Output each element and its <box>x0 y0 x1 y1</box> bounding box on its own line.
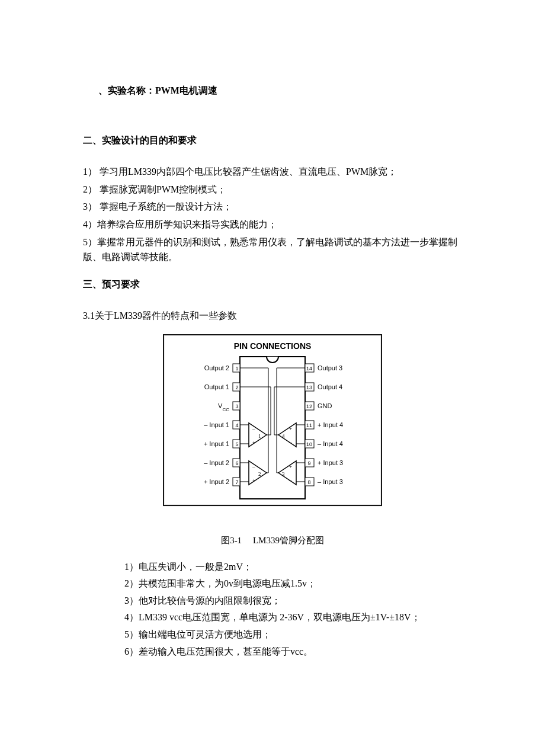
svg-text:– Input 2: – Input 2 <box>204 459 229 466</box>
svg-text:– Input 3: – Input 3 <box>318 478 343 485</box>
list-item: 2）共模范围非常大，为0v到电源电压减1.5v； <box>124 576 462 591</box>
svg-text:12: 12 <box>306 403 312 409</box>
svg-text:10: 10 <box>306 441 312 447</box>
svg-text:Output 2: Output 2 <box>204 364 229 371</box>
features-list: 1）电压失调小，一般是2mV； 2）共模范围非常大，为0v到电源电压减1.5v；… <box>124 559 462 659</box>
document-page: 、实验名称：PWM电机调速 二、实验设计的目的和要求 1） 学习用LM339内部… <box>0 0 545 696</box>
svg-text:13: 13 <box>306 385 312 390</box>
svg-text:2: 2 <box>258 471 261 477</box>
list-item: 3） 掌握电子系统的一般设计方法； <box>83 199 462 214</box>
svg-text:Output 4: Output 4 <box>318 383 342 390</box>
svg-text:+ Input 1: + Input 1 <box>204 440 229 447</box>
section-1-title: 、实验名称：PWM电机调速 <box>98 83 462 98</box>
list-item: 1）电压失调小，一般是2mV； <box>124 559 462 575</box>
svg-text:Output 3: Output 3 <box>318 364 342 371</box>
svg-text:4: 4 <box>235 422 238 428</box>
list-item: 3）他对比较信号源的内阻限制很宽； <box>124 593 462 608</box>
svg-text:– Input 1: – Input 1 <box>204 421 229 428</box>
figure-caption: 图3-1 LM339管脚分配图 <box>83 533 462 547</box>
caption-main: LM339管脚分配图 <box>253 536 324 545</box>
list-item: 5）输出端电位可灵活方便地选用； <box>124 627 462 642</box>
figure-3-1: PIN CONNECTIONS 1 Output 2 14 Output 3 2… <box>83 334 462 547</box>
svg-text:+: + <box>289 463 292 469</box>
lm339-pinout-diagram: PIN CONNECTIONS 1 Output 2 14 Output 3 2… <box>163 334 382 518</box>
list-item: 4）LM339 vcc电压范围宽，单电源为 2-36V，双电源电压为±1V-±1… <box>124 610 462 625</box>
diagram-title: PIN CONNECTIONS <box>234 341 312 351</box>
svg-text:Output 1: Output 1 <box>204 383 229 390</box>
svg-text:+ Input 3: + Input 3 <box>318 459 343 466</box>
svg-text:+: + <box>289 425 292 431</box>
section-2-list: 1） 学习用LM339内部四个电压比较器产生锯齿波、直流电压、PWM脉宽； 2）… <box>83 164 462 265</box>
svg-text:9: 9 <box>307 460 310 466</box>
svg-text:–: – <box>252 463 255 469</box>
caption-prefix: 图3-1 <box>221 536 242 545</box>
svg-text:3: 3 <box>235 403 238 409</box>
svg-text:14: 14 <box>306 366 312 371</box>
list-item: 6）差动输入电压范围很大，甚至能等于vcc。 <box>124 644 462 659</box>
list-item: 5）掌握常用元器件的识别和测试，熟悉常用仪表，了解电路调试的基本方法进一步掌握制… <box>83 235 462 265</box>
svg-text:1: 1 <box>235 366 238 371</box>
svg-text:– Input 4: – Input 4 <box>318 440 343 447</box>
svg-text:2: 2 <box>235 385 238 390</box>
svg-text:4: 4 <box>282 433 285 439</box>
svg-text:3: 3 <box>282 471 285 477</box>
svg-text:+ Input 2: + Input 2 <box>204 478 229 485</box>
svg-text:5: 5 <box>235 441 238 447</box>
section-1-prefix: 、实验名称： <box>98 85 155 95</box>
section-2-heading: 二、实验设计的目的和要求 <box>83 133 462 148</box>
svg-text:GND: GND <box>318 402 332 409</box>
svg-text:–: – <box>288 439 292 445</box>
section-3-subheading: 3.1关于LM339器件的特点和一些参数 <box>83 308 462 323</box>
svg-text:+: + <box>252 439 255 445</box>
list-item: 4）培养综合应用所学知识来指导实践的能力； <box>83 217 462 232</box>
section-3-heading: 三、预习要求 <box>83 277 462 292</box>
svg-text:6: 6 <box>235 460 238 466</box>
svg-text:–: – <box>288 477 292 483</box>
svg-text:8: 8 <box>307 479 310 485</box>
list-item: 1） 学习用LM339内部四个电压比较器产生锯齿波、直流电压、PWM脉宽； <box>83 164 462 180</box>
svg-text:+ Input 4: + Input 4 <box>318 421 343 428</box>
section-1-main: PWM电机调速 <box>155 85 217 95</box>
svg-text:11: 11 <box>306 422 312 428</box>
svg-text:–: – <box>252 425 255 431</box>
svg-text:+: + <box>252 477 255 483</box>
svg-text:7: 7 <box>235 479 238 485</box>
list-item: 2） 掌握脉宽调制PWM控制模式； <box>83 182 462 197</box>
svg-text:1: 1 <box>258 433 261 439</box>
